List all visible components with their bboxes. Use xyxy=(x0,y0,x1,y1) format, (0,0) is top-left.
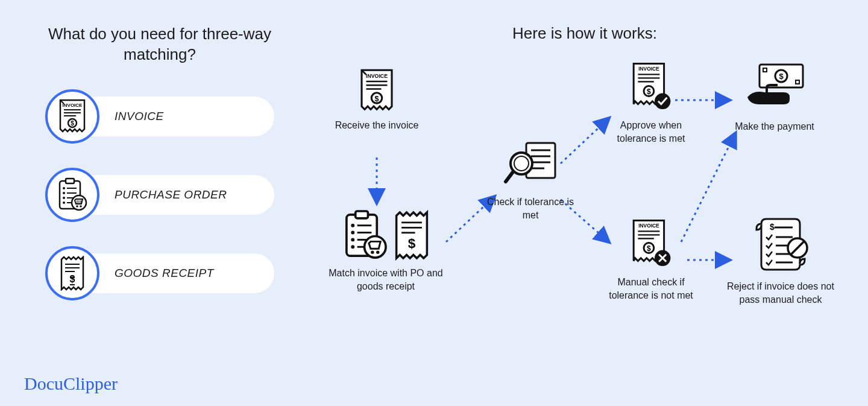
svg-text:$: $ xyxy=(375,95,379,103)
svg-point-49 xyxy=(351,245,354,249)
svg-text:INVOICE: INVOICE xyxy=(366,73,388,79)
step-label: Manual check if tolerance is not met xyxy=(600,276,702,302)
svg-text:$: $ xyxy=(647,244,651,253)
svg-text:INVOICE: INVOICE xyxy=(638,66,659,72)
step-label: Reject if invoice does not pass manual c… xyxy=(723,280,838,306)
requirements-title: What do you need for three-way matching? xyxy=(45,24,274,65)
step-match: $ Match invoice with PO and goods receip… xyxy=(326,209,446,293)
step-pay: $ Make the payment xyxy=(723,61,826,133)
svg-point-8 xyxy=(63,187,65,189)
step-receive: INVOICE $ Receive the invoice xyxy=(326,67,428,132)
invoice-icon: INVOICE $ xyxy=(326,67,428,114)
svg-line-65 xyxy=(506,172,513,182)
svg-point-43 xyxy=(351,224,354,227)
brand-logo: DocuClipper xyxy=(24,373,118,394)
flow-diagram: INVOICE $ Receive the invoice xyxy=(326,61,844,363)
requirement-label: PURCHASE ORDER xyxy=(115,188,227,201)
svg-text:$: $ xyxy=(770,222,775,232)
step-manual: INVOICE $ Manual check if tolerance is n… xyxy=(600,218,702,302)
po-and-receipt-icon: $ xyxy=(326,209,446,262)
magnifier-document-icon xyxy=(479,139,582,191)
requirements-panel: What do you need for three-way matching?… xyxy=(45,24,274,325)
flow-title: Here is how it works: xyxy=(374,24,796,43)
svg-point-14 xyxy=(63,201,65,204)
svg-point-52 xyxy=(371,250,374,253)
step-label: Check if tolerance is met xyxy=(479,195,582,221)
step-approve: INVOICE $ Approve when tolerance is met xyxy=(600,61,702,145)
svg-text:$: $ xyxy=(647,87,651,96)
requirement-label: GOODS RECEIPT xyxy=(115,267,214,280)
svg-rect-42 xyxy=(356,211,368,218)
svg-text:$: $ xyxy=(408,236,416,251)
svg-point-10 xyxy=(63,192,65,194)
svg-text:$: $ xyxy=(779,72,784,81)
svg-rect-7 xyxy=(66,179,74,183)
step-label: Approve when tolerance is met xyxy=(600,119,702,145)
invoice-icon: INVOICE $ xyxy=(45,89,99,144)
requirement-invoice: INVOICE $ INVOICE xyxy=(45,89,274,144)
requirement-label: INVOICE xyxy=(115,110,164,123)
step-label: Receive the invoice xyxy=(326,119,428,132)
invoice-rejected-icon: INVOICE $ xyxy=(600,218,702,271)
step-label: Match invoice with PO and goods receipt xyxy=(326,267,446,293)
svg-point-45 xyxy=(351,231,354,235)
reject-document-icon: $ xyxy=(723,218,838,275)
requirement-receipt: $ GOODS RECEIPT xyxy=(45,246,274,300)
svg-point-17 xyxy=(76,205,78,208)
svg-point-47 xyxy=(351,238,354,241)
payment-icon: $ xyxy=(723,61,826,115)
svg-point-53 xyxy=(376,250,379,253)
svg-text:INVOICE: INVOICE xyxy=(63,103,83,108)
requirement-po: PURCHASE ORDER xyxy=(45,168,274,222)
invoice-approved-icon: INVOICE $ xyxy=(600,61,702,114)
svg-point-12 xyxy=(63,197,65,199)
svg-point-51 xyxy=(365,236,386,258)
purchase-order-icon xyxy=(45,168,99,222)
step-reject: $ Reject if invoice does not pass manual… xyxy=(723,218,838,306)
goods-receipt-icon: $ xyxy=(45,246,99,300)
svg-point-18 xyxy=(80,205,82,208)
step-label: Make the payment xyxy=(723,120,826,133)
svg-text:$: $ xyxy=(71,120,74,127)
svg-text:INVOICE: INVOICE xyxy=(638,223,659,229)
step-check: Check if tolerance is met xyxy=(479,139,582,221)
flow-panel: Here is how it works: xyxy=(326,24,844,380)
svg-text:$: $ xyxy=(70,274,75,284)
